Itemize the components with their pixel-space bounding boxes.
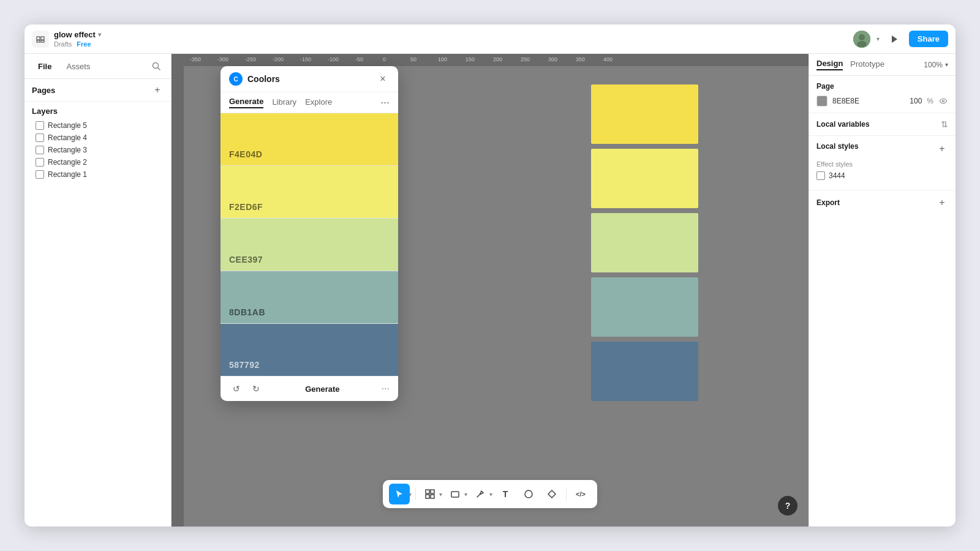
layer-icon xyxy=(36,170,44,179)
tab-assets[interactable]: Assets xyxy=(60,59,96,73)
shape-chevron[interactable]: ▾ xyxy=(464,491,467,498)
top-bar-right: ▾ Share xyxy=(801,31,948,48)
sidebar-tabs: File Assets xyxy=(24,54,171,79)
svg-point-5 xyxy=(859,34,865,40)
redo-button[interactable]: ↻ xyxy=(249,381,263,396)
component-tool[interactable] xyxy=(541,484,562,504)
swatch-4[interactable]: 8DB1AB xyxy=(221,271,398,323)
coolors-tabs: Generate Library Explore ··· xyxy=(221,92,398,113)
code-tool[interactable]: </> xyxy=(570,484,591,504)
svg-line-9 xyxy=(158,68,160,70)
shape-tool-group: ▾ xyxy=(445,484,467,504)
tab-design[interactable]: Design xyxy=(816,59,843,70)
avatar[interactable] xyxy=(853,31,870,48)
tab-file[interactable]: File xyxy=(32,59,58,73)
project-tags: Drafts Free xyxy=(54,40,101,48)
swatch-3[interactable]: CEE397 xyxy=(221,219,398,271)
canvas-rect-2[interactable] xyxy=(591,149,698,208)
right-tabs: Design Prototype 100% ▾ xyxy=(809,54,956,76)
share-button[interactable]: Share xyxy=(909,31,948,47)
select-tool-group: ▾ xyxy=(389,484,412,504)
frame-chevron[interactable]: ▾ xyxy=(439,491,442,498)
svg-point-6 xyxy=(857,41,867,47)
coolors-panel: C Coolors × Generate Library Explore ···… xyxy=(221,66,398,401)
svg-rect-3 xyxy=(41,40,44,42)
canvas-rect-4[interactable] xyxy=(591,277,698,337)
bottom-toolbar: ▾ ▾ xyxy=(383,480,597,508)
local-variables-section: Local variables ⇅ xyxy=(809,113,956,136)
coolors-tab-library[interactable]: Library xyxy=(272,97,296,108)
layer-item[interactable]: Rectangle 2 xyxy=(32,156,164,168)
select-tool[interactable] xyxy=(389,484,410,504)
ruler-left xyxy=(172,66,184,527)
layer-item[interactable]: Rectangle 3 xyxy=(32,144,164,156)
main-area: File Assets Pages + Layers xyxy=(24,54,956,527)
svg-rect-11 xyxy=(431,490,434,493)
svg-rect-12 xyxy=(426,495,429,498)
svg-point-15 xyxy=(525,490,532,498)
add-page-button[interactable]: + xyxy=(151,84,164,96)
swatch-5[interactable]: 587792 xyxy=(221,324,398,376)
effect-checkbox xyxy=(816,171,825,180)
layer-item[interactable]: Rectangle 5 xyxy=(32,119,164,132)
shape-tool[interactable] xyxy=(445,484,466,504)
pen-tool[interactable] xyxy=(470,484,491,504)
export-title: Export xyxy=(816,198,840,207)
swatch-1[interactable]: F4E04D xyxy=(221,113,398,165)
layer-item[interactable]: Rectangle 4 xyxy=(32,132,164,144)
project-chevron: ▾ xyxy=(98,31,101,38)
right-sidebar: Design Prototype 100% ▾ Page 8E8E8E 100 … xyxy=(809,54,956,527)
svg-rect-1 xyxy=(41,37,44,40)
local-variables-title: Local variables xyxy=(816,120,870,129)
frame-tool[interactable] xyxy=(420,484,440,504)
project-name[interactable]: glow effect ▾ xyxy=(54,30,101,39)
canvas-area[interactable]: -350 -300 -250 -200 -150 -100 -50 0 50 1… xyxy=(172,54,809,527)
left-sidebar: File Assets Pages + Layers xyxy=(24,54,172,527)
search-icon[interactable] xyxy=(149,59,164,73)
top-bar-left: glow effect ▾ Drafts Free xyxy=(32,30,228,48)
effect-name: 3444 xyxy=(829,171,845,180)
local-variables-icon[interactable]: ⇅ xyxy=(941,119,948,129)
ellipse-tool[interactable] xyxy=(518,484,539,504)
coolors-tab-generate[interactable]: Generate xyxy=(229,97,263,108)
generate-button[interactable]: Generate xyxy=(268,384,377,394)
text-tool[interactable]: T xyxy=(495,484,516,504)
canvas-rect-1[interactable] xyxy=(591,84,698,144)
local-styles-title: Local styles xyxy=(816,142,859,151)
canvas-rect-3[interactable] xyxy=(591,213,698,272)
select-chevron[interactable]: ▾ xyxy=(409,491,412,498)
svg-point-16 xyxy=(943,100,944,102)
svg-rect-0 xyxy=(37,37,40,40)
panel-more-options[interactable]: ··· xyxy=(382,383,390,394)
page-color-value: 8E8E8E xyxy=(832,97,905,105)
canvas-rect-5[interactable] xyxy=(591,342,698,401)
undo-button[interactable]: ↺ xyxy=(229,381,244,396)
zoom-control[interactable]: 100% ▾ xyxy=(924,61,948,69)
add-local-style-button[interactable]: + xyxy=(936,143,948,155)
layers-label: Layers xyxy=(32,107,164,116)
coolors-close-button[interactable]: × xyxy=(376,72,390,86)
coolors-tab-explore[interactable]: Explore xyxy=(305,97,332,108)
page-opacity-value: 100 xyxy=(910,97,922,105)
add-export-button[interactable]: + xyxy=(936,197,948,209)
page-section-title: Page xyxy=(816,82,948,91)
export-section: Export + xyxy=(809,190,956,215)
page-color-swatch[interactable] xyxy=(816,96,827,107)
top-bar: glow effect ▾ Drafts Free ▾ xyxy=(24,24,956,54)
pages-section: Pages + xyxy=(24,79,171,102)
coolors-header: C Coolors × xyxy=(221,66,398,92)
play-button[interactable] xyxy=(886,31,903,48)
avatar-chevron[interactable]: ▾ xyxy=(876,36,880,42)
help-button[interactable]: ? xyxy=(778,496,797,515)
tab-prototype[interactable]: Prototype xyxy=(850,59,884,70)
pen-chevron[interactable]: ▾ xyxy=(489,491,492,498)
visibility-icon[interactable] xyxy=(938,96,948,106)
canvas-color-rectangles xyxy=(591,84,698,401)
menu-icon[interactable] xyxy=(32,31,49,48)
swatch-2[interactable]: F2ED6F xyxy=(221,166,398,218)
layer-item[interactable]: Rectangle 1 xyxy=(32,168,164,181)
frame-tool-group: ▾ xyxy=(420,484,442,504)
effect-item[interactable]: 3444 xyxy=(816,171,948,180)
coolors-menu-icon[interactable]: ··· xyxy=(380,96,390,109)
ruler-top: -350 -300 -250 -200 -150 -100 -50 0 50 1… xyxy=(172,54,809,66)
